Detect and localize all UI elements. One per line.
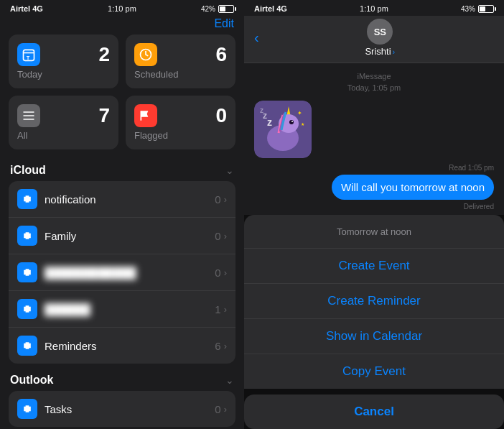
- list-item-reminders[interactable]: Reminders 6 ›: [9, 328, 235, 364]
- battery-icon-left: [218, 5, 234, 13]
- carrier-left: Airtel 4G: [10, 4, 43, 13]
- contact-name: Srishti: [365, 46, 391, 57]
- list-name-tasks: Tasks: [45, 403, 215, 415]
- time-left: 1:10 pm: [108, 4, 136, 13]
- svg-text:z: z: [260, 106, 263, 114]
- bubble-text: Will call you tomorrow at noon: [332, 175, 494, 200]
- context-create-reminder[interactable]: Create Reminder: [244, 284, 504, 319]
- list-name-reminders: Reminders: [45, 340, 215, 352]
- list-icon-blurred-2: [17, 299, 37, 319]
- unicorn-sticker: z z z ✦ ★: [254, 101, 494, 158]
- context-show-calendar[interactable]: Show in Calendar: [244, 319, 504, 354]
- list-icon-tasks: [17, 399, 37, 419]
- list-badge-blurred-1: 0: [215, 267, 220, 279]
- all-count: 7: [98, 104, 110, 127]
- outlook-list: Tasks 0 ›: [9, 391, 235, 427]
- bubble-sent: Will call you tomorrow at noon: [254, 175, 494, 200]
- context-overlay: Tomorrow at noon Create Event Create Rem…: [244, 215, 504, 429]
- all-label: All: [17, 130, 110, 141]
- list-name-blurred-1: ████████████: [45, 267, 215, 279]
- outlook-chevron: ⌄: [225, 374, 234, 386]
- flagged-icon: [134, 104, 157, 127]
- today-count: 2: [98, 43, 110, 66]
- list-icon-family: [17, 226, 37, 246]
- svg-text:z: z: [267, 116, 272, 128]
- list-chevron-notification: ›: [224, 194, 227, 205]
- flagged-count: 0: [215, 104, 227, 127]
- contact-chevron: ›: [393, 47, 396, 56]
- header-bar: Edit: [0, 16, 244, 34]
- list-item-blurred-1[interactable]: ████████████ 0 ›: [9, 254, 235, 291]
- scheduled-label: Scheduled: [134, 69, 227, 80]
- status-bar-left: Airtel 4G 1:10 pm 42%: [0, 0, 244, 16]
- back-button[interactable]: ‹: [254, 29, 259, 46]
- carrier-right: Airtel 4G: [254, 4, 287, 13]
- time-right: 1:10 pm: [360, 4, 388, 13]
- card-flagged[interactable]: 0 Flagged: [126, 96, 235, 149]
- imessage-label: iMessage: [254, 72, 494, 80]
- imessage-time: Today, 1:05 pm: [254, 83, 494, 92]
- scheduled-count: 6: [215, 43, 227, 66]
- svg-point-9: [289, 120, 294, 124]
- context-copy-event[interactable]: Copy Event: [244, 354, 504, 389]
- contact-info: SS Srishti ›: [266, 19, 494, 57]
- svg-text:T: T: [27, 55, 30, 61]
- card-all[interactable]: 7 All: [9, 96, 118, 149]
- battery-left: 42%: [201, 5, 234, 13]
- svg-text:✦: ✦: [297, 110, 302, 116]
- flagged-label: Flagged: [134, 130, 227, 141]
- outlook-section-header[interactable]: Outlook ⌄: [0, 364, 244, 391]
- svg-text:★: ★: [301, 122, 304, 126]
- list-name-notification: notification: [45, 193, 215, 206]
- cards-grid: T 2 Today 6 Scheduled: [0, 34, 244, 157]
- list-badge-reminders: 6: [215, 340, 220, 352]
- list-badge-notification: 0: [215, 193, 220, 206]
- right-panel: Airtel 4G 1:10 pm 43% ‹ SS Srishti › iMe…: [244, 0, 504, 429]
- icloud-section-header[interactable]: iCloud ⌄: [0, 157, 244, 181]
- left-panel: Airtel 4G 1:10 pm 42% Edit T 2 Today: [0, 0, 244, 429]
- list-badge-family: 0: [215, 230, 220, 242]
- message-header: ‹ SS Srishti ›: [244, 16, 504, 63]
- list-name-blurred-2: ██████: [45, 303, 215, 315]
- list-item-tasks[interactable]: Tasks 0 ›: [9, 391, 235, 427]
- outlook-title: Outlook: [10, 374, 53, 387]
- list-chevron-reminders: ›: [224, 341, 227, 351]
- avatar: SS: [367, 19, 393, 45]
- edit-button[interactable]: Edit: [214, 17, 234, 30]
- icloud-chevron: ⌄: [225, 165, 234, 176]
- list-icon-notification: [17, 189, 37, 209]
- all-icon: [17, 104, 40, 127]
- icloud-list: notification 0 › Family 0 › ████████████…: [9, 181, 235, 364]
- read-time: Read 1:05 pm: [254, 164, 494, 172]
- list-name-family: Family: [45, 230, 215, 242]
- today-label: Today: [17, 69, 110, 80]
- context-create-event[interactable]: Create Event: [244, 249, 504, 284]
- contact-name-row[interactable]: Srishti ›: [365, 46, 395, 57]
- list-item-family[interactable]: Family 0 ›: [9, 218, 235, 254]
- battery-right: 43%: [461, 5, 494, 13]
- list-badge-tasks: 0: [215, 403, 220, 415]
- context-menu: Tomorrow at noon Create Event Create Rem…: [244, 215, 504, 389]
- card-scheduled[interactable]: 6 Scheduled: [126, 34, 235, 88]
- status-bar-right: Airtel 4G 1:10 pm 43%: [244, 0, 504, 16]
- list-badge-blurred-2: 1: [215, 303, 220, 315]
- list-icon-reminders: [17, 336, 37, 356]
- battery-icon-right: [478, 5, 494, 13]
- delivered-label: Delivered: [254, 203, 494, 211]
- scheduled-icon: [134, 43, 157, 66]
- icloud-title: iCloud: [10, 164, 46, 177]
- list-icon-blurred-1: [17, 262, 37, 282]
- card-today[interactable]: T 2 Today: [9, 34, 118, 88]
- svg-point-10: [291, 121, 293, 122]
- context-cancel-button[interactable]: Cancel: [244, 395, 504, 429]
- context-menu-header: Tomorrow at noon: [244, 215, 504, 249]
- list-item-notification[interactable]: notification 0 ›: [9, 181, 235, 218]
- unicorn-svg: z z z ✦ ★: [254, 101, 312, 158]
- list-chevron-blurred-1: ›: [224, 267, 227, 278]
- list-item-blurred-2[interactable]: ██████ 1 ›: [9, 291, 235, 328]
- list-chevron-tasks: ›: [224, 404, 227, 415]
- list-chevron-family: ›: [224, 231, 227, 241]
- context-header-text: Tomorrow at noon: [337, 226, 411, 237]
- message-content: iMessage Today, 1:05 pm z: [244, 63, 504, 225]
- today-icon: T: [17, 43, 40, 66]
